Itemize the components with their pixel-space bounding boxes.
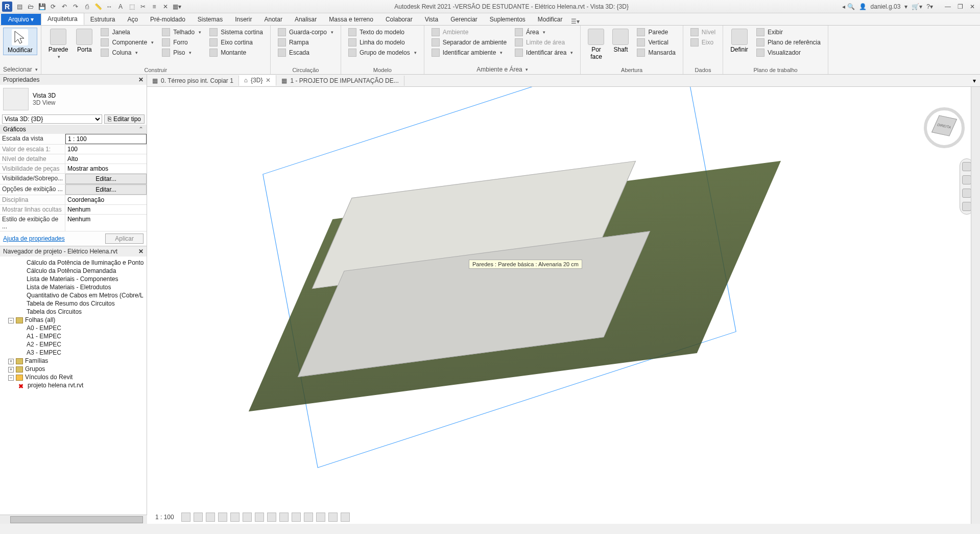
ceiling-button[interactable]: Forro (161, 38, 202, 47)
model-line-button[interactable]: Linha do modelo (347, 38, 418, 47)
tree-node-groups[interactable]: +Grupos (2, 365, 145, 373)
canvas-vscroll[interactable] (971, 87, 980, 524)
mullion-button[interactable]: Montante (208, 48, 264, 57)
view-tabs-overflow[interactable]: ▾ (969, 77, 980, 84)
qat-redo-icon[interactable]: ↷ (71, 3, 80, 11)
component-button[interactable]: Componente▾ (100, 38, 155, 47)
qat-3d-icon[interactable]: ⬚ (128, 3, 136, 11)
wall-opening-button[interactable]: Parede (636, 28, 676, 37)
nav-pan-icon[interactable] (962, 175, 971, 184)
tree-node-sheet[interactable]: A0 - EMPEC (2, 324, 145, 332)
property-value[interactable]: Mostrar ambos (65, 164, 147, 173)
qat-text-icon[interactable]: A (116, 3, 125, 11)
user-dropdown-icon[interactable]: ▾ (904, 3, 907, 10)
curtain-grid-button[interactable]: Eixo cortina (208, 38, 264, 47)
model-group-button[interactable]: Grupo de modelos▾ (347, 48, 418, 57)
tree-node-links[interactable]: −Vínculos do Revit (2, 373, 145, 381)
tab-estrutura[interactable]: Estrutura (84, 14, 122, 25)
vc-visual-style-icon[interactable] (194, 513, 203, 522)
view-tab[interactable]: ▦1 - PROJETO DE IMPLANTAÇÃO DE... (276, 76, 404, 86)
vc-highlight-icon[interactable] (316, 513, 325, 522)
tab-arquitetura[interactable]: Arquitetura (41, 13, 84, 25)
vc-shadow-icon[interactable] (218, 513, 227, 522)
qat-print-icon[interactable]: ⎙ (83, 3, 91, 11)
user-label[interactable]: daniel.g.03 (871, 3, 901, 10)
curtain-system-button[interactable]: Sistema cortina (208, 28, 264, 37)
model-text-button[interactable]: Texto do modelo (347, 28, 418, 37)
tab-aco[interactable]: Aço (121, 14, 144, 25)
tree-node-schedule[interactable]: Cálculo da Potência Demandada (2, 267, 145, 275)
nav-wheel-icon[interactable] (962, 162, 971, 171)
qat-close-icon[interactable]: ✕ (161, 3, 170, 11)
area-button[interactable]: Área▾ (514, 28, 574, 37)
tree-node-schedule[interactable]: Tabela dos Circuitos (2, 308, 145, 316)
set-workplane-button[interactable]: Definir (726, 28, 752, 54)
cart-icon[interactable]: 🛒▾ (912, 3, 922, 10)
tab-colaborar[interactable]: Colaborar (379, 14, 419, 25)
type-selector-row[interactable]: Vista 3D 3D View (0, 85, 147, 113)
shaft-button[interactable]: Shaft (608, 28, 633, 54)
help-icon[interactable]: ?▾ (926, 3, 933, 10)
viewer-button[interactable]: Visualizador (755, 48, 822, 57)
close-window-button[interactable]: ✕ (967, 2, 978, 11)
vc-reveal-icon[interactable] (292, 513, 301, 522)
qat-switch-icon[interactable]: ▦▾ (173, 3, 181, 11)
vc-analytical-icon[interactable] (304, 513, 313, 522)
apply-button[interactable]: Aplicar (105, 234, 144, 244)
vc-render-icon[interactable] (230, 513, 240, 522)
properties-close-button[interactable]: ✕ (138, 76, 144, 83)
modify-button[interactable]: Modificar (3, 28, 37, 55)
qat-sync-icon[interactable]: ⟳ (49, 3, 57, 11)
category-collapse-icon[interactable]: ⌃ (138, 126, 144, 133)
tab-modificar[interactable]: Modificar (532, 14, 569, 25)
property-value[interactable]: Nenhum (65, 205, 147, 214)
view-tab[interactable]: ⌂{3D}✕ (239, 75, 277, 86)
nav-zoom-icon[interactable] (962, 189, 971, 198)
ref-plane-button[interactable]: Plano de referência (755, 38, 822, 47)
tab-inserir[interactable]: Inserir (229, 14, 258, 25)
qat-dim-icon[interactable]: ↔ (105, 3, 113, 11)
vc-worksharing-icon[interactable] (341, 513, 350, 522)
vc-temp-hide-icon[interactable] (279, 513, 289, 522)
qat-measure-icon[interactable]: 📏 (94, 3, 102, 11)
tree-node-sheet[interactable]: A1 - EMPEC (2, 332, 145, 340)
vertical-opening-button[interactable]: Vertical (636, 38, 676, 47)
railing-button[interactable]: Guarda-corpo▾ (277, 28, 334, 37)
property-value[interactable]: Coordenação (65, 195, 147, 204)
tree-node-schedule[interactable]: Tabela de Resumo dos Circuitos (2, 299, 145, 308)
project-browser[interactable]: Cálculo da Potência de Iluminação e Pont… (0, 257, 147, 524)
tree-node-sheet[interactable]: A3 - EMPEC (2, 349, 145, 357)
vc-detail-icon[interactable] (181, 513, 190, 522)
restore-button[interactable]: ❐ (954, 2, 966, 11)
tab-premoldado[interactable]: Pré-moldado (144, 14, 192, 25)
infocenter-icon[interactable]: ◂ 🔍 (842, 3, 854, 10)
tree-node-families[interactable]: +Famílias (2, 357, 145, 365)
tree-node-schedule[interactable]: Quantitativo de Cabos em Metros (Cobre/L (2, 291, 145, 299)
qat-save-icon[interactable]: 💾 (38, 3, 46, 11)
vc-link-icon[interactable] (328, 513, 338, 522)
view-cube[interactable]: DIREITA (924, 107, 965, 148)
qat-open-icon[interactable]: ▤ (15, 3, 23, 11)
tab-suplementos[interactable]: Suplementos (484, 14, 532, 25)
category-header[interactable]: Gráficos ⌃ (0, 125, 147, 134)
tag-room-button[interactable]: Identificar ambiente▾ (431, 48, 508, 57)
tab-gerenciar[interactable]: Gerenciar (444, 14, 484, 25)
ramp-button[interactable]: Rampa (277, 38, 334, 47)
column-button[interactable]: Coluna▾ (100, 48, 155, 57)
qat-thin-icon[interactable]: ≡ (150, 3, 158, 11)
nav-orbit-icon[interactable] (962, 202, 971, 211)
tree-node-linkfile[interactable]: ✖projeto helena rvt.rvt (2, 381, 145, 389)
view-tab[interactable]: ▦0. Térreo piso int. Copiar 1 (147, 76, 239, 86)
ribbon-expand-icon[interactable]: ☰▾ (571, 18, 580, 25)
stair-button[interactable]: Escada (277, 48, 334, 57)
qat-open2-icon[interactable]: 🗁 (27, 3, 35, 11)
tab-anotar[interactable]: Anotar (258, 14, 289, 25)
user-icon[interactable]: 👤 (859, 3, 867, 10)
tree-node-sheets[interactable]: −Folhas (all) (2, 316, 145, 324)
drawing-canvas[interactable]: Paredes : Parede básica : Alvenaria 20 c… (147, 87, 980, 524)
browser-close-button[interactable]: ✕ (138, 248, 144, 255)
qat-section-icon[interactable]: ✂ (139, 3, 147, 11)
room-separator-button[interactable]: Separador de ambiente (431, 38, 508, 47)
tab-vista[interactable]: Vista (419, 14, 444, 25)
edit-type-button[interactable]: ⎘Editar tipo (104, 114, 145, 124)
